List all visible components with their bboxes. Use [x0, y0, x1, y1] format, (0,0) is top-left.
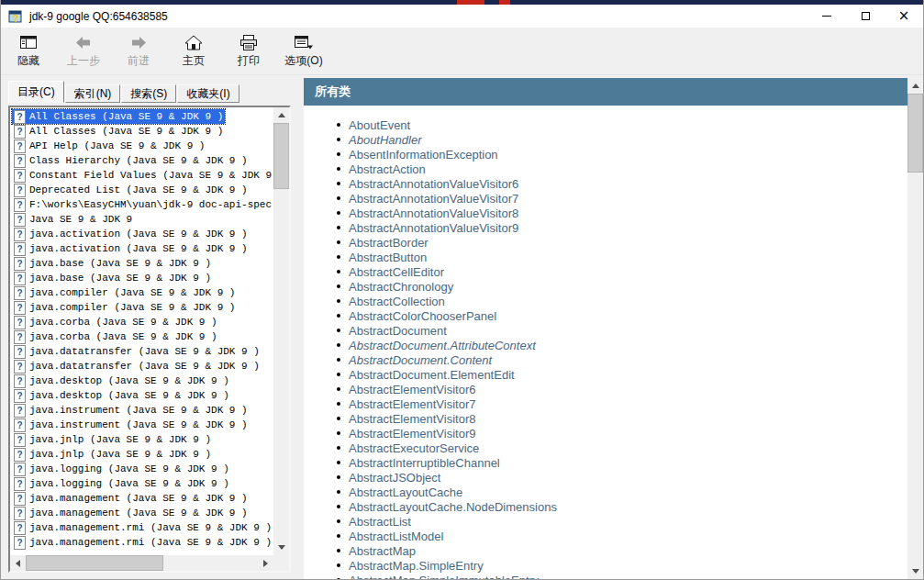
tree-item[interactable]: ? Deprecated List (Java SE 9 & JDK 9 ) [10, 183, 273, 197]
class-link[interactable]: AbstractMap [349, 544, 416, 558]
tree-item-label: java.base (Java SE 9 & JDK 9 ) [29, 273, 211, 284]
tree-item[interactable]: ? java.activation (Java SE 9 & JDK 9 ) [10, 241, 273, 256]
class-link[interactable]: AboutEvent [349, 118, 410, 132]
close-button[interactable]: × [885, 5, 923, 28]
class-link[interactable]: AbstractColorChooserPanel [349, 309, 496, 323]
tree-item-label: java.compiler (Java SE 9 & JDK 9 ) [29, 302, 235, 313]
tree-item[interactable]: ? java.logging (Java SE 9 & JDK 9 ) [10, 476, 273, 491]
class-link[interactable]: AbstractAnnotationValueVisitor6 [349, 177, 518, 191]
tree-item[interactable]: ? All Classes (Java SE 9 & JDK 9 ) [10, 124, 273, 139]
content-scrollbar[interactable] [907, 78, 923, 579]
class-link[interactable]: AbstractExecutorService [349, 441, 479, 455]
tab-contents[interactable]: 目录(C) [8, 81, 64, 103]
class-link[interactable]: AbstractListModel [349, 530, 443, 543]
svg-text:?: ? [17, 523, 22, 533]
class-link[interactable]: AbstractCellEditor [349, 265, 444, 279]
class-link[interactable]: AbstractMap.SimpleImmutableEntry [349, 574, 539, 580]
class-link[interactable]: AbstractAnnotationValueVisitor7 [349, 192, 518, 206]
tree-item[interactable]: ? java.management.rmi (Java SE 9 & JDK 9… [10, 520, 273, 535]
tree-item[interactable]: ? java.activation (Java SE 9 & JDK 9 ) [10, 227, 273, 241]
svg-text:?: ? [17, 229, 22, 240]
class-link[interactable]: AbstractInterruptibleChannel [349, 456, 500, 470]
back-button[interactable]: 上一步 [63, 30, 104, 72]
class-link[interactable]: AbstractLayoutCache [349, 485, 462, 499]
tree-item[interactable]: ? java.compiler (Java SE 9 & JDK 9 ) [10, 300, 273, 315]
tree-horizontal-scrollbar[interactable] [10, 555, 273, 571]
class-link[interactable]: AbstractButton [349, 251, 427, 264]
tree-item-label: java.datatransfer (Java SE 9 & JDK 9 ) [29, 361, 260, 372]
tree-item[interactable]: ? java.instrument (Java SE 9 & JDK 9 ) [10, 418, 273, 432]
tree-item[interactable]: ? java.jnlp (Java SE 9 & JDK 9 ) [10, 432, 273, 447]
scrollbar-thumb[interactable] [273, 123, 289, 189]
tree-item[interactable]: ? java.instrument (Java SE 9 & JDK 9 ) [10, 403, 273, 418]
tree-item[interactable]: ? java.corba (Java SE 9 & JDK 9 ) [10, 329, 273, 344]
maximize-button[interactable] [846, 5, 885, 28]
class-link[interactable]: AbstractBorder [349, 236, 429, 250]
tree-item[interactable]: ? java.corba (Java SE 9 & JDK 9 ) [10, 315, 273, 329]
class-link[interactable]: AbsentInformationException [349, 148, 498, 162]
tree-item[interactable]: ? java.base (Java SE 9 & JDK 9 ) [10, 271, 273, 285]
tree-vertical-scrollbar[interactable] [273, 107, 289, 555]
tab-index[interactable]: 索引(N) [65, 84, 121, 103]
class-link[interactable]: AbstractCollection [349, 295, 445, 308]
help-page-icon: ? [14, 316, 26, 329]
scroll-left-arrow[interactable] [10, 555, 26, 571]
class-link[interactable]: AboutHandler [349, 133, 422, 147]
class-link[interactable]: AbstractElementVisitor6 [349, 383, 476, 396]
class-link[interactable]: AbstractMap.SimpleEntry [349, 559, 484, 573]
class-link[interactable]: AbstractAnnotationValueVisitor9 [349, 221, 518, 235]
tree-item[interactable]: ? java.logging (Java SE 9 & JDK 9 ) [10, 462, 273, 476]
tree-item[interactable]: ? java.management (Java SE 9 & JDK 9 ) [10, 506, 273, 520]
tree-item[interactable]: ? F:\works\EasyCHM\yuan\jdk-9 doc-api-sp… [10, 197, 273, 212]
class-link[interactable]: AbstractElementVisitor7 [349, 397, 476, 411]
class-link[interactable]: AbstractAction [349, 162, 426, 176]
tree-item[interactable]: ? java.compiler (Java SE 9 & JDK 9 ) [10, 285, 273, 300]
tree-item[interactable]: ? java.datatransfer (Java SE 9 & JDK 9 ) [10, 344, 273, 359]
scroll-up-arrow[interactable] [907, 78, 923, 94]
tree-item[interactable]: ? java.desktop (Java SE 9 & JDK 9 ) [10, 374, 273, 388]
tab-favorites[interactable]: 收藏夹(I) [177, 84, 239, 103]
tree-item-label: Java SE 9 & JDK 9 [29, 214, 132, 225]
tree-item[interactable]: ? All Classes (Java SE 9 & JDK 9 ) [10, 109, 273, 124]
class-link[interactable]: AbstractJSObject [349, 471, 440, 485]
class-link[interactable]: AbstractDocument [349, 324, 447, 338]
home-button[interactable]: 主页 [173, 30, 214, 72]
scrollbar-thumb[interactable] [907, 94, 923, 173]
scroll-down-arrow[interactable] [907, 563, 923, 579]
class-link[interactable]: AbstractElementVisitor8 [349, 412, 476, 426]
minimize-button[interactable] [807, 5, 846, 28]
tree-item[interactable]: ? Java SE 9 & JDK 9 [10, 212, 273, 227]
hide-button[interactable]: 隐藏 [8, 30, 49, 72]
tree-item[interactable]: ? java.management.rmi (Java SE 9 & JDK 9… [10, 535, 273, 550]
bullet-icon [337, 284, 340, 288]
tree-item[interactable]: ? java.desktop (Java SE 9 & JDK 9 ) [10, 388, 273, 403]
forward-button[interactable]: 前进 [118, 30, 159, 72]
class-link[interactable]: AbstractList [349, 515, 411, 529]
tab-search[interactable]: 搜索(S) [121, 84, 176, 103]
bullet-icon [337, 431, 340, 435]
class-link[interactable]: AbstractDocument.Content [349, 353, 492, 367]
list-item: AbstractListModel [329, 529, 907, 543]
scroll-down-arrow[interactable] [273, 540, 289, 555]
tree-item[interactable]: ? java.base (Java SE 9 & JDK 9 ) [10, 256, 273, 271]
tree-item[interactable]: ? API Help (Java SE 9 & JDK 9 ) [10, 139, 273, 153]
class-link[interactable]: AbstractLayoutCache.NodeDimensions [349, 500, 557, 514]
tree-item[interactable]: ? Constant Field Values (Java SE 9 & JDK… [10, 168, 273, 183]
options-button[interactable]: 选项(O) [284, 30, 324, 72]
tree-item[interactable]: ? java.datatransfer (Java SE 9 & JDK 9 ) [10, 359, 273, 374]
scroll-right-arrow[interactable] [258, 555, 273, 571]
tree-item[interactable]: ? java.management (Java SE 9 & JDK 9 ) [10, 491, 273, 506]
class-link[interactable]: AbstractChronology [349, 280, 453, 294]
class-link[interactable]: AbstractElementVisitor9 [349, 427, 476, 441]
list-item: AboutEvent [329, 117, 907, 132]
scroll-up-arrow[interactable] [273, 107, 289, 123]
class-link[interactable]: AbstractAnnotationValueVisitor8 [349, 206, 518, 220]
tree-item[interactable]: ? Class Hierarchy (Java SE 9 & JDK 9 ) [10, 153, 273, 168]
tree-item[interactable]: ? java.jnlp (Java SE 9 & JDK 9 ) [10, 447, 273, 462]
print-button[interactable]: 打印 [228, 30, 269, 72]
pane-splitter[interactable] [296, 75, 304, 579]
scrollbar-thumb[interactable] [26, 555, 163, 571]
class-link[interactable]: AbstractDocument.AttributeContext [349, 339, 536, 352]
list-item: AbstractElementVisitor9 [329, 426, 907, 441]
class-link[interactable]: AbstractDocument.ElementEdit [349, 368, 515, 382]
